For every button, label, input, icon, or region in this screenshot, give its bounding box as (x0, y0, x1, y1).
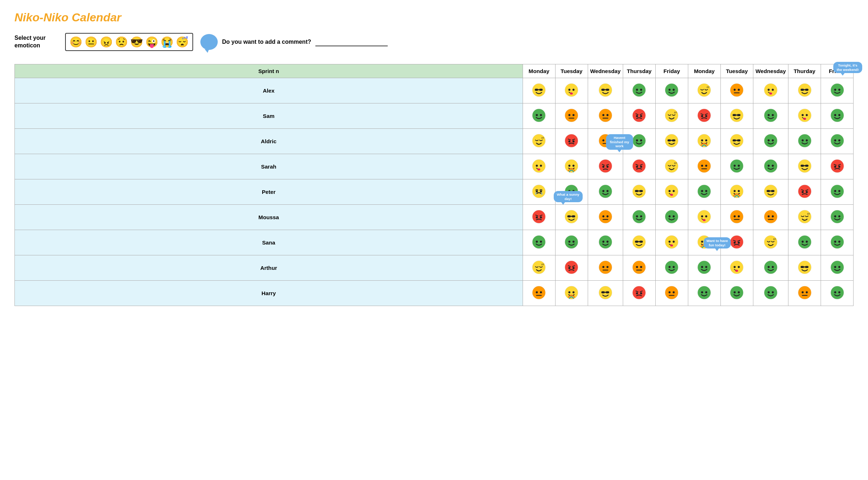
emoji-cell[interactable] (753, 78, 788, 103)
emoji-cell[interactable] (588, 179, 623, 205)
emoji-cell[interactable] (623, 129, 655, 154)
emoji-cell[interactable] (753, 103, 788, 129)
emoji-cell[interactable] (688, 255, 720, 281)
emoji-cell[interactable] (588, 255, 623, 281)
emoji-cell[interactable] (821, 103, 854, 129)
emoji-cell[interactable] (821, 154, 854, 179)
emoji-cell[interactable] (555, 103, 588, 129)
emoji-cell[interactable]: zz (753, 230, 788, 255)
emoji-cell[interactable] (720, 78, 753, 103)
emoji-cell[interactable] (788, 179, 821, 205)
emoji-cell[interactable] (588, 154, 623, 179)
emoji-cell[interactable] (788, 281, 821, 306)
emoji-cell[interactable] (588, 205, 623, 230)
emoji-cell[interactable] (523, 78, 555, 103)
emoji-cell[interactable] (788, 255, 821, 281)
comment-input[interactable] (315, 38, 388, 46)
emoji-cell[interactable] (623, 255, 655, 281)
emoji-cell[interactable]: What a sunny day! (555, 205, 588, 230)
emoji-cell[interactable]: zz (523, 255, 555, 281)
emoji-cell[interactable] (655, 255, 688, 281)
emoticon-option[interactable]: 😟 (115, 36, 128, 48)
emoji-cell[interactable] (523, 205, 555, 230)
emoji-cell[interactable]: zz (523, 129, 555, 154)
emoji-cell[interactable] (588, 78, 623, 103)
emoji-cell[interactable] (788, 129, 821, 154)
emoji-cell[interactable] (655, 230, 688, 255)
emoji-cell[interactable] (523, 230, 555, 255)
emoji-cell[interactable] (555, 255, 588, 281)
emoticon-option[interactable]: 😴 (176, 36, 189, 48)
emoji-cell[interactable] (720, 179, 753, 205)
emoji-cell[interactable] (588, 103, 623, 129)
emoji-cell[interactable] (688, 230, 720, 255)
emoji-cell[interactable] (588, 281, 623, 306)
emoji-cell[interactable] (753, 129, 788, 154)
emoji-cell[interactable] (623, 179, 655, 205)
emoji-cell[interactable] (655, 78, 688, 103)
emoji-cell[interactable] (821, 255, 854, 281)
emoticon-picker[interactable]: 😊😐😠😟😎😜😭😴 (65, 33, 193, 51)
emoticon-option[interactable]: 😎 (130, 36, 143, 48)
emoji-cell[interactable]: Tonight, it's the weekend! (821, 78, 854, 103)
emoji-cell[interactable] (523, 103, 555, 129)
emoji-cell[interactable]: Havent finished my work (623, 154, 655, 179)
emoji-cell[interactable] (720, 205, 753, 230)
emoji-cell[interactable] (821, 179, 854, 205)
emoji-cell[interactable]: Want to have fun today! (720, 255, 753, 281)
emoji-cell[interactable]: zz (788, 205, 821, 230)
emoji-cell[interactable] (623, 230, 655, 255)
emoji-cell[interactable] (688, 129, 720, 154)
emoji-cell[interactable] (753, 154, 788, 179)
emoticon-option[interactable]: 😠 (100, 36, 113, 48)
emoticon-option[interactable]: 😜 (145, 36, 158, 48)
emoji-cell[interactable] (555, 129, 588, 154)
emoji-cell[interactable] (655, 205, 688, 230)
emoji-cell[interactable] (588, 230, 623, 255)
emoji-cell[interactable] (555, 281, 588, 306)
emoji-cell[interactable] (720, 281, 753, 306)
emoji-cell[interactable] (788, 103, 821, 129)
emoji-cell[interactable] (555, 230, 588, 255)
emoji-cell[interactable] (688, 103, 720, 129)
emoji-cell[interactable] (753, 205, 788, 230)
emoji-cell[interactable]: zz (655, 103, 688, 129)
emoji-cell[interactable] (555, 78, 588, 103)
emoji-cell[interactable] (753, 281, 788, 306)
emoji-cell[interactable] (788, 154, 821, 179)
emoji-cell[interactable] (655, 179, 688, 205)
emoji-cell[interactable] (753, 255, 788, 281)
emoji-cell[interactable] (821, 230, 854, 255)
emoji-cell[interactable] (821, 281, 854, 306)
emoticon-option[interactable]: 😭 (161, 36, 174, 48)
emoji-cell[interactable] (688, 154, 720, 179)
emoji-cell[interactable] (720, 103, 753, 129)
emoji-cell[interactable] (623, 103, 655, 129)
emoji-cell[interactable] (523, 154, 555, 179)
emoji-cell[interactable] (788, 230, 821, 255)
emoji-cell[interactable] (523, 281, 555, 306)
emoji-cell[interactable] (753, 179, 788, 205)
emoji-cell[interactable] (655, 281, 688, 306)
emoji-cell[interactable] (720, 230, 753, 255)
emoji-cell[interactable] (688, 205, 720, 230)
emoji-cell[interactable] (555, 179, 588, 205)
emoji-cell[interactable] (688, 179, 720, 205)
emoji-cell[interactable]: zz (655, 154, 688, 179)
emoji-cell[interactable] (821, 129, 854, 154)
emoji-cell[interactable] (523, 179, 555, 205)
emoji-cell[interactable] (720, 154, 753, 179)
emoji-cell[interactable] (821, 205, 854, 230)
emoji-cell[interactable] (788, 78, 821, 103)
emoji-cell[interactable] (623, 78, 655, 103)
emoji-cell[interactable] (623, 205, 655, 230)
emoji-cell[interactable]: zz (688, 78, 720, 103)
emoticon-option[interactable]: 😐 (85, 36, 98, 48)
emoji-cell[interactable] (555, 154, 588, 179)
emoji-cell[interactable] (720, 129, 753, 154)
emoticon-option[interactable]: 😊 (69, 36, 82, 48)
emoji-cell[interactable] (588, 129, 623, 154)
emoji-cell[interactable] (655, 129, 688, 154)
emoji-cell[interactable] (688, 281, 720, 306)
emoji-cell[interactable] (623, 281, 655, 306)
